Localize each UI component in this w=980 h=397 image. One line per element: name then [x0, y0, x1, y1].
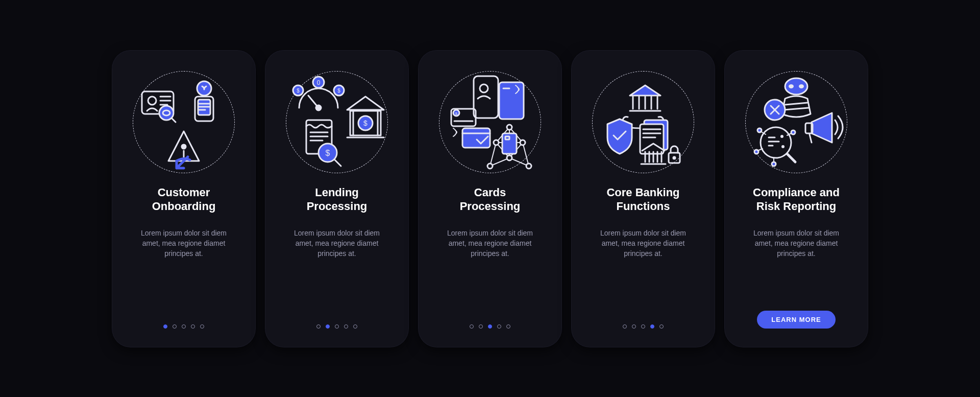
pagination-dots [163, 324, 204, 329]
card-desc: Lorem ipsum dolor sit diem amet, mea reg… [439, 228, 541, 259]
svg-point-97 [780, 135, 783, 138]
svg-point-38 [480, 84, 488, 92]
dot-1[interactable] [163, 324, 167, 329]
dot-2[interactable] [479, 324, 483, 329]
card-title: Cards Processing [460, 185, 521, 214]
pagination-dots [470, 324, 510, 329]
svg-point-1 [148, 97, 156, 105]
dot-3[interactable] [335, 324, 339, 329]
card-desc: Lorem ipsum dolor sit diem amet, mea reg… [133, 228, 235, 259]
cards-processing-icon: $ [439, 71, 541, 173]
card-title: Core Banking Functions [606, 185, 679, 214]
learn-more-button[interactable]: LEARN MORE [757, 311, 835, 329]
onboarding-card-3: $ [419, 51, 561, 347]
dot-2[interactable] [326, 324, 330, 329]
card-desc: Lorem ipsum dolor sit diem amet, mea reg… [592, 228, 694, 259]
svg-point-62 [526, 164, 531, 169]
dot-2[interactable] [173, 324, 177, 329]
svg-line-92 [810, 134, 812, 143]
svg-line-55 [523, 143, 529, 166]
svg-point-61 [487, 164, 493, 169]
core-banking-icon [592, 71, 694, 173]
svg-point-17 [316, 105, 321, 110]
dot-5[interactable] [506, 324, 510, 329]
customer-onboarding-icon [133, 71, 235, 173]
dot-4[interactable] [497, 324, 501, 329]
svg-point-103 [772, 162, 776, 166]
dot-3[interactable] [641, 324, 645, 329]
svg-point-59 [520, 140, 525, 145]
lending-processing-icon: $ 0 $ $ $ [286, 71, 388, 173]
compliance-risk-icon [745, 71, 847, 173]
dot-5[interactable] [659, 324, 664, 329]
dot-2[interactable] [632, 324, 636, 329]
svg-point-83 [673, 157, 675, 159]
dot-4[interactable] [344, 324, 348, 329]
svg-line-86 [785, 103, 807, 105]
onboarding-card-4: Core Banking Functions Lorem ipsum dolor… [572, 51, 715, 347]
pagination-dots [623, 324, 664, 329]
onboarding-card-1: Customer Onboarding Lorem ipsum dolor si… [112, 51, 255, 347]
svg-line-7 [172, 118, 176, 122]
svg-text:$: $ [363, 119, 368, 127]
svg-text:$: $ [326, 149, 330, 157]
svg-point-84 [789, 84, 794, 88]
card-title: Compliance and Risk Reporting [753, 185, 840, 214]
dot-5[interactable] [353, 324, 357, 329]
svg-line-99 [787, 154, 795, 162]
svg-point-98 [781, 145, 785, 148]
svg-point-14 [182, 145, 186, 149]
svg-point-57 [507, 125, 512, 130]
dot-1[interactable] [316, 324, 321, 329]
svg-point-60 [507, 155, 512, 160]
dot-3[interactable] [488, 324, 492, 329]
dot-3[interactable] [182, 324, 186, 329]
svg-line-87 [784, 108, 808, 110]
onboarding-card-2: $ 0 $ $ $ Lending Processing Lorem ips [265, 51, 408, 347]
card-title: Lending Processing [307, 185, 368, 214]
card-desc: Lorem ipsum dolor sit diem amet, mea reg… [745, 228, 847, 259]
svg-point-58 [494, 140, 499, 145]
dot-1[interactable] [470, 324, 474, 329]
dot-5[interactable] [200, 324, 204, 329]
card-title: Customer Onboarding [152, 185, 216, 214]
dot-1[interactable] [623, 324, 627, 329]
dot-4[interactable] [191, 324, 195, 329]
svg-text:$: $ [455, 111, 458, 116]
svg-point-102 [791, 130, 795, 134]
pagination-dots [316, 324, 357, 329]
svg-text:$: $ [297, 88, 300, 94]
dot-4[interactable] [650, 324, 654, 329]
onboarding-card-5: Compliance and Risk Reporting Lorem ipsu… [725, 51, 868, 347]
svg-point-85 [799, 84, 804, 88]
svg-text:$: $ [337, 88, 340, 94]
card-desc: Lorem ipsum dolor sit diem amet, mea reg… [286, 228, 388, 259]
svg-line-36 [334, 159, 341, 166]
svg-line-53 [490, 143, 496, 166]
svg-text:0: 0 [317, 79, 321, 86]
